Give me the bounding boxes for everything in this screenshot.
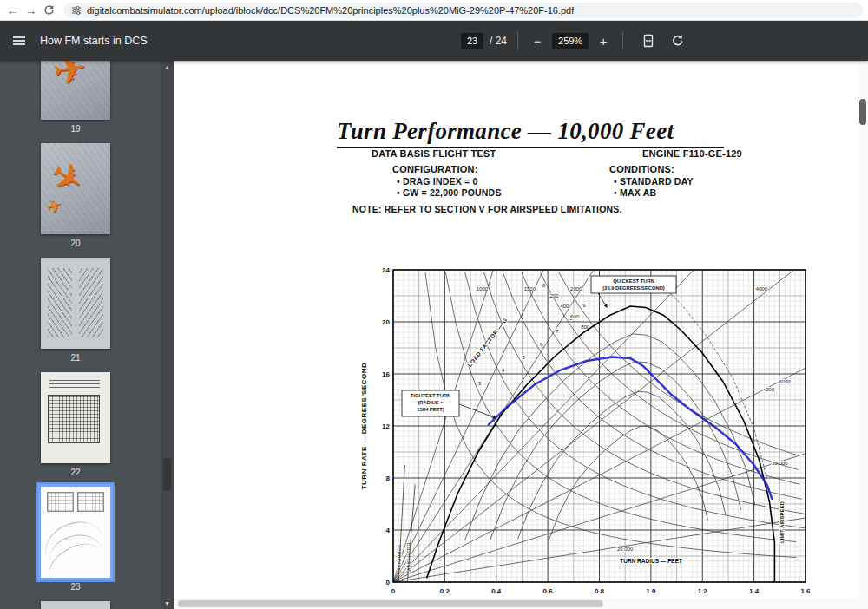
svg-text:1000: 1000 — [477, 286, 489, 291]
thumbnail-sidebar: ✈ 19 ✈ ✈ 20 21 22 23 24 ▲ ▼ — [0, 61, 174, 609]
zoom-in-button[interactable]: + — [595, 32, 612, 49]
site-settings-icon[interactable] — [71, 5, 82, 16]
thumbnail-image[interactable] — [41, 258, 110, 349]
scroll-up-icon[interactable]: ▲ — [161, 61, 174, 73]
page-thumbnail[interactable]: 24 — [41, 601, 110, 609]
svg-text:2000: 2000 — [570, 286, 582, 291]
fit-page-icon — [641, 34, 655, 48]
svg-text:1584 FEET): 1584 FEET) — [417, 407, 444, 412]
svg-text:TURN RADIUS — FEET: TURN RADIUS — FEET — [620, 558, 682, 564]
fit-page-button[interactable] — [640, 32, 657, 49]
svg-text:0.2: 0.2 — [440, 587, 450, 595]
svg-text:1.4: 1.4 — [749, 587, 760, 595]
svg-text:TURN RATE — DEGREES/SECOND: TURN RATE — DEGREES/SECOND — [360, 363, 368, 490]
document-title: How FM starts in DCS — [40, 35, 148, 47]
data-basis-label: DATA BASIS FLIGHT TEST — [372, 148, 496, 159]
svg-text:5: 5 — [522, 355, 525, 360]
svg-text:20: 20 — [382, 318, 390, 326]
thumbnail-page-number: 23 — [41, 582, 110, 592]
svg-text:0: 0 — [391, 587, 396, 595]
url-text[interactable]: digitalcombatsimulator.com/upload/iblock… — [87, 5, 574, 16]
svg-text:16: 16 — [382, 370, 390, 378]
engine-label: ENGINE F110-GE-129 — [642, 148, 742, 159]
configuration-item: • DRAG INDEX = 0 — [397, 176, 478, 187]
page-thumbnail[interactable]: ✈ ✈ 20 — [41, 143, 110, 248]
horizontal-scrollbar-thumb[interactable] — [178, 600, 603, 607]
svg-text:600: 600 — [570, 314, 580, 319]
rotate-button[interactable] — [669, 32, 687, 49]
toolbar-divider — [622, 32, 623, 49]
svg-text:0.8: 0.8 — [595, 587, 605, 595]
conditions-heading: CONDITIONS: — [609, 164, 674, 174]
toolbar-divider — [517, 32, 518, 49]
thumbnail-page-number: 20 — [41, 239, 110, 248]
page-number-input[interactable]: 23 — [461, 33, 483, 49]
conditions-item: • STANDARD DAY — [614, 176, 694, 187]
address-bar[interactable]: digitalcombatsimulator.com/upload/iblock… — [63, 3, 863, 18]
thumbnail-page-number: 21 — [41, 353, 110, 363]
vertical-scrollbar[interactable] — [858, 61, 868, 599]
pdf-page: Turn Performance — 10,000 Feet DATA BASI… — [174, 61, 858, 599]
svg-text:LIMIT AIRSPEED: LIMIT AIRSPEED — [779, 501, 785, 543]
thumbnail-image[interactable]: ✈ ✈ — [41, 143, 110, 234]
svg-text:0.4: 0.4 — [491, 587, 502, 595]
forward-button[interactable]: → — [22, 1, 40, 19]
svg-text:12: 12 — [382, 422, 390, 430]
mini-chart — [77, 492, 104, 512]
svg-text:400: 400 — [560, 304, 569, 309]
vertical-scrollbar-thumb[interactable] — [859, 99, 866, 125]
pdf-viewer: Turn Performance — 10,000 Feet DATA BASI… — [174, 61, 858, 599]
reload-button[interactable] — [40, 1, 58, 19]
turn-performance-chart: 10001500200030004000600010,00020,000TURN… — [358, 259, 819, 599]
thumbnail-page-number: 19 — [41, 124, 110, 134]
svg-text:0.6: 0.6 — [543, 587, 554, 595]
zoom-level[interactable]: 259% — [552, 33, 589, 49]
page-thumbnail-selected[interactable]: 23 — [41, 487, 110, 592]
zoom-out-button[interactable]: − — [529, 32, 546, 49]
pdf-toolbar: How FM starts in DCS 23 / 24 − 259% + — [0, 21, 868, 61]
page-thumbnail[interactable]: ✈ 19 — [41, 61, 110, 134]
toolbar-controls: 23 / 24 − 259% + — [461, 21, 693, 61]
svg-text:CAT III LIMITER: CAT III LIMITER — [406, 542, 411, 574]
page-thumbnail[interactable]: 22 — [41, 372, 110, 477]
menu-button[interactable] — [9, 30, 30, 51]
svg-text:10,000: 10,000 — [772, 461, 788, 466]
sidebar-scrollbar-thumb[interactable] — [163, 458, 171, 491]
aircraft-icon: ✈ — [49, 61, 89, 92]
thumbnail-image[interactable] — [41, 601, 110, 609]
svg-text:0: 0 — [386, 579, 391, 586]
svg-text:(20.9 DEGREES/SECOND): (20.9 DEGREES/SECOND) — [602, 285, 665, 291]
svg-text:6000: 6000 — [779, 379, 792, 384]
svg-text:(RADIUS =: (RADIUS = — [418, 400, 444, 405]
svg-text:QUICKEST TURN: QUICKEST TURN — [613, 278, 654, 284]
svg-text:9: 9 — [582, 303, 586, 308]
configuration-heading: CONFIGURATION: — [392, 164, 478, 174]
svg-text:20,000: 20,000 — [617, 547, 634, 552]
svg-text:200: 200 — [766, 387, 775, 392]
thumbnail-image[interactable]: ✈ — [41, 61, 110, 120]
svg-text:1.6: 1.6 — [800, 587, 811, 595]
note-text: NOTE: REFER TO SECTION V FOR AIRSPEED LI… — [352, 204, 622, 214]
back-button[interactable]: ← — [3, 1, 22, 19]
svg-text:3: 3 — [478, 381, 482, 386]
scrollbar-corner — [858, 599, 868, 609]
svg-text:4000: 4000 — [756, 286, 768, 291]
horizontal-scrollbar[interactable] — [174, 599, 858, 609]
svg-text:LOAD FACTOR — G: LOAD FACTOR — G — [466, 317, 508, 368]
svg-text:8: 8 — [386, 475, 391, 482]
svg-text:4: 4 — [386, 527, 391, 534]
thumbnail-image[interactable] — [41, 372, 110, 463]
page-count: / 24 — [490, 35, 507, 47]
sidebar-scrollbar[interactable]: ▲ ▼ — [161, 61, 174, 609]
svg-text:24: 24 — [382, 266, 390, 274]
page-thumbnail[interactable]: 21 — [41, 258, 110, 363]
svg-text:7: 7 — [556, 329, 559, 334]
conditions-item: • MAX AB — [614, 187, 656, 198]
rotate-icon — [671, 34, 685, 48]
configuration-item: • GW = 22,000 POUNDS — [397, 187, 502, 198]
svg-text:1.2: 1.2 — [698, 587, 708, 595]
hamburger-icon — [12, 34, 26, 48]
thumbnail-image[interactable] — [41, 487, 110, 578]
scroll-down-icon[interactable]: ▼ — [161, 597, 174, 609]
thumbnail-page-number: 22 — [41, 468, 110, 477]
